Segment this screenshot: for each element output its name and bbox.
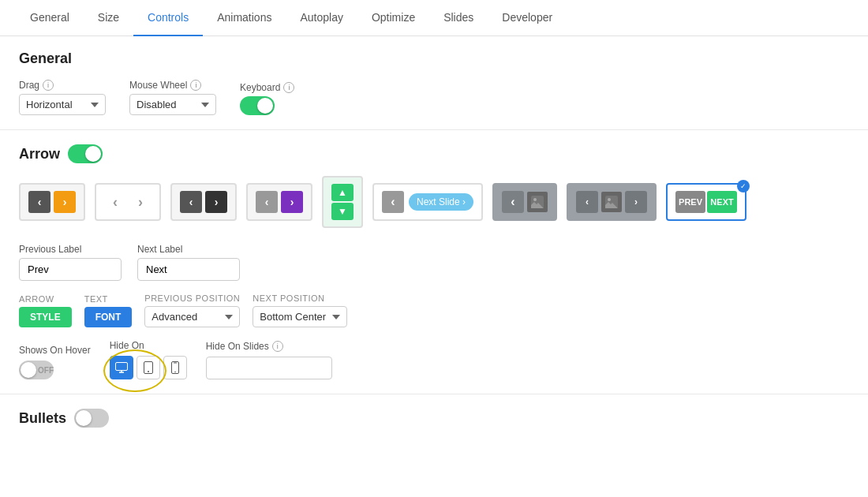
keyboard-field-group: Keyboard i ON <box>240 82 294 115</box>
shows-on-hover-toggle[interactable]: OFF <box>19 361 54 379</box>
prev-btn-6: ‹ <box>382 191 404 213</box>
text-style-option: Text FONT <box>84 294 133 327</box>
keyboard-toggle-label: ON <box>260 102 272 110</box>
hide-on-slides-info-icon[interactable]: i <box>272 341 283 352</box>
next-btn-8: › <box>625 191 647 213</box>
shows-on-hover-toggle-container: OFF <box>19 361 91 379</box>
text-option-label: Text <box>84 294 133 304</box>
svg-point-8 <box>174 372 176 373</box>
hide-on-slides-label: Hide On Slides i <box>206 341 332 352</box>
tab-size[interactable]: Size <box>84 0 133 36</box>
arrow-style-3[interactable]: ‹ › <box>170 183 237 221</box>
prev-btn-3: ‹ <box>180 191 202 213</box>
mouse-wheel-select[interactable]: Disabled Enabled <box>129 94 216 115</box>
keyboard-toggle[interactable]: ON <box>240 96 275 115</box>
prev-position-option: Previous Position Advanced Top Left Top … <box>144 293 240 327</box>
hide-on-buttons <box>110 356 187 379</box>
next-label-input[interactable] <box>137 258 240 281</box>
arrow-toggle-knob <box>85 146 101 162</box>
prev-label-field: Previous Label <box>19 244 122 281</box>
prev-position-label: Previous Position <box>144 293 240 303</box>
next-btn-1: › <box>54 191 76 213</box>
prev-label-text: Previous Label <box>19 244 122 255</box>
hide-on-tablet-btn[interactable] <box>137 356 160 379</box>
bullets-section: Bullets <box>0 394 868 454</box>
bullets-toggle-knob <box>76 410 92 426</box>
bullets-toggle[interactable] <box>74 409 109 428</box>
next-btn-4: › <box>281 191 303 213</box>
keyboard-label: Keyboard i <box>240 82 294 93</box>
arrow-section-title: Arrow <box>19 144 849 163</box>
general-section: General Drag i Horizontal Vertical None … <box>0 36 868 130</box>
text-font-button[interactable]: FONT <box>84 307 133 327</box>
hide-on-mobile-btn[interactable] <box>163 356 187 379</box>
mouse-wheel-label: Mouse Wheel i <box>129 80 216 91</box>
next-position-option: Next Position Advanced Top Left Top Cent… <box>253 293 347 327</box>
arrow-style-1[interactable]: ‹ › <box>19 183 85 221</box>
arrow-style-9[interactable]: ✓ PREV NEXT <box>666 183 746 221</box>
arrow-style-7[interactable]: ‹ <box>492 183 557 221</box>
hover-row: Shows On Hover OFF Hide On <box>19 340 849 379</box>
arrow-style-2[interactable]: ‹ › <box>95 183 161 221</box>
hide-on-slides-input[interactable] <box>206 357 332 379</box>
arrow-style-4[interactable]: ‹ › <box>246 183 312 221</box>
drag-info-icon[interactable]: i <box>43 80 54 91</box>
general-section-title: General <box>19 50 849 67</box>
img-placeholder-8 <box>601 192 622 212</box>
svg-rect-4 <box>115 363 127 371</box>
tab-controls[interactable]: Controls <box>133 0 203 36</box>
prev-btn-1: ‹ <box>28 191 51 213</box>
tab-slides[interactable]: Slides <box>429 0 488 36</box>
prev-text-btn: PREV <box>675 191 705 213</box>
arrow-option-label: Arrow <box>19 294 72 304</box>
next-position-select[interactable]: Advanced Top Left Top Center Top Right M… <box>253 306 347 327</box>
next-text-btn: NEXT <box>707 191 737 213</box>
next-label-field: Next Label <box>137 244 240 281</box>
tab-general[interactable]: General <box>16 0 84 36</box>
arrow-style-6[interactable]: ‹ Next Slide › <box>372 183 483 221</box>
prev-label-input[interactable] <box>19 258 122 281</box>
img-placeholder-7 <box>527 192 548 212</box>
mouse-wheel-info-icon[interactable]: i <box>190 80 201 91</box>
arrow-section: Arrow ‹ › ‹ › ‹ › ‹ › ▲ ▼ <box>0 130 868 394</box>
arrow-styles-row: ‹ › ‹ › ‹ › ‹ › ▲ ▼ ‹ Next Slide › ‹ <box>19 176 849 228</box>
prev-btn-7: ‹ <box>502 191 524 213</box>
mouse-wheel-field-group: Mouse Wheel i Disabled Enabled <box>129 80 216 115</box>
drag-field-group: Drag i Horizontal Vertical None <box>19 80 106 115</box>
hide-on-label: Hide On <box>110 340 187 351</box>
prev-btn-8: ‹ <box>576 191 598 213</box>
arrow-style-button[interactable]: STYLE <box>19 307 72 327</box>
next-btn-2: › <box>129 191 152 213</box>
labels-row: Previous Label Next Label <box>19 244 849 281</box>
general-row: Drag i Horizontal Vertical None Mouse Wh… <box>19 80 849 115</box>
svg-point-1 <box>533 198 537 201</box>
arrow-style-option: Arrow STYLE <box>19 294 72 327</box>
prev-position-select[interactable]: Advanced Top Left Top Center Top Right M… <box>144 306 240 327</box>
next-slide-btn-6[interactable]: Next Slide › <box>409 193 473 211</box>
next-label-text: Next Label <box>137 244 240 255</box>
selected-check-badge: ✓ <box>737 180 750 192</box>
arrow-options-row: Arrow STYLE Text FONT Previous Position … <box>19 293 849 327</box>
tab-autoplay[interactable]: Autoplay <box>286 0 357 36</box>
prev-btn-2: ‹ <box>104 191 126 213</box>
prev-btn-4: ‹ <box>256 191 278 213</box>
keyboard-info-icon[interactable]: i <box>283 82 294 93</box>
hide-on-slides-group: Hide On Slides i <box>206 341 332 379</box>
arrow-style-5[interactable]: ▲ ▼ <box>322 176 363 228</box>
shows-on-hover-knob <box>21 362 36 378</box>
keyboard-toggle-container: ON <box>240 96 294 115</box>
arrow-toggle[interactable] <box>68 144 103 163</box>
arrow-style-8[interactable]: ‹ › <box>567 183 657 221</box>
hide-on-wrapper <box>110 356 187 379</box>
drag-select[interactable]: Horizontal Vertical None <box>19 94 106 115</box>
hide-on-desktop-btn[interactable] <box>110 356 133 379</box>
shows-on-hover-label: Shows On Hover <box>19 345 91 356</box>
tab-animations[interactable]: Animations <box>203 0 286 36</box>
svg-rect-9 <box>174 363 177 364</box>
tab-optimize[interactable]: Optimize <box>357 0 429 36</box>
tab-developer[interactable]: Developer <box>488 0 567 36</box>
top-nav: General Size Controls Animations Autopla… <box>0 0 868 36</box>
shows-on-hover-group: Shows On Hover OFF <box>19 345 91 379</box>
next-position-label: Next Position <box>253 293 347 303</box>
next-btn-3: › <box>205 191 227 213</box>
